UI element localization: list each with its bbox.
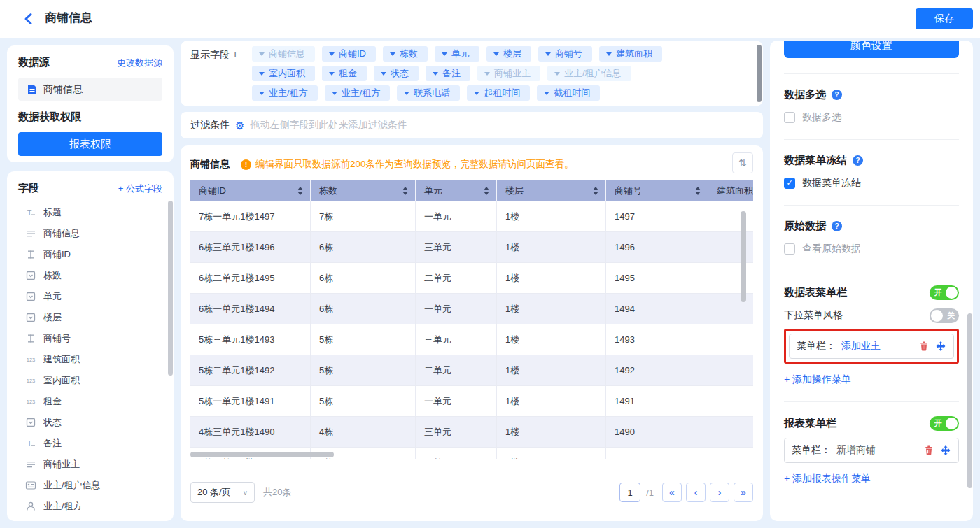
field-item[interactable]: 业主/租户信息 [18,475,165,496]
display-field-chip[interactable]: 备注 [426,66,470,81]
field-item[interactable]: 楼层 [18,307,165,328]
menu-item-name[interactable]: 添加业主 [841,340,881,352]
field-item[interactable]: 123租金 [18,391,165,412]
page-size-select[interactable]: 20 条/页 ∨ [190,482,255,503]
select-field-icon [25,312,36,323]
column-header[interactable]: 商铺号 [606,180,708,201]
fields-title: 字段 [18,182,39,195]
column-header[interactable]: 建筑面积 [708,180,753,201]
save-button[interactable]: 保存 [916,8,973,29]
field-item[interactable]: 单元 [18,286,165,307]
add-report-action-menu-link[interactable]: + 添加报表操作菜单 [784,473,959,485]
field-item[interactable]: 业主/租方 [18,496,165,517]
display-field-chip[interactable]: 商铺信息 [252,46,315,62]
dropdown-style-toggle[interactable]: 关 [930,308,959,323]
column-header[interactable]: 楼层 [497,180,606,201]
help-icon[interactable]: ? [853,155,863,166]
display-field-chip[interactable]: 栋数 [383,46,428,62]
report-permission-button[interactable]: 报表权限 [18,132,162,156]
field-item[interactable]: 状态 [18,412,165,433]
display-field-chip[interactable]: 业主/租方 [325,85,391,101]
display-field-chip[interactable]: 室内面积 [252,66,315,81]
table-cell: 6栋三单元1楼1496 [190,232,311,262]
delete-icon[interactable] [923,445,934,456]
column-header[interactable]: 单元 [416,180,497,201]
display-field-chip[interactable]: 起租时间 [467,85,530,101]
caret-down-icon [259,72,265,76]
field-item[interactable]: 商铺ID [18,244,165,265]
display-field-chip[interactable]: 业主/租户信息 [547,66,631,81]
gear-icon[interactable]: ⚙ [235,120,244,131]
delete-icon[interactable] [918,341,930,352]
field-item[interactable]: 123室内面积 [18,370,165,391]
field-label: 单元 [43,290,62,303]
table-cell: 6栋一单元1楼1494 [190,294,311,324]
field-item[interactable]: 商铺信息 [18,223,165,244]
sort-order-button[interactable]: ⇅ [732,152,753,173]
display-field-chip[interactable]: 租金 [322,66,367,81]
display-fields-label: 显示字段+ [190,46,252,101]
display-field-chip[interactable]: 建筑面积 [599,46,662,62]
caret-down-icon [381,72,386,76]
help-icon[interactable]: ? [832,221,842,231]
table-menu-toggle[interactable]: 开 [930,285,959,300]
field-item[interactable]: T备注 [18,433,165,454]
multi-select-checkbox-row[interactable]: 数据多选 [784,111,959,124]
add-display-field-button[interactable]: + [232,49,238,60]
caret-down-icon [332,92,337,95]
datasource-item[interactable]: 商铺信息 [18,78,162,101]
display-field-chip[interactable]: 联系电话 [397,85,460,101]
display-field-chip[interactable]: 状态 [374,66,419,81]
display-fields-scrollbar[interactable] [757,45,762,102]
field-item[interactable]: 栋数 [18,265,165,286]
raw-data-checkbox-row[interactable]: 查看原始数据 [784,243,959,255]
menu-freeze-checkbox-row[interactable]: ✓ 数据菜单冻结 [784,177,959,190]
checkbox-icon [784,112,795,123]
color-settings-button[interactable]: 颜色设置 [784,41,959,58]
table-cell: 二单元 [416,355,497,385]
column-header[interactable]: 栋数 [311,180,416,201]
page-number-input[interactable]: 1 [620,483,640,502]
add-formula-field-link[interactable]: + 公式字段 [118,183,162,195]
field-item[interactable]: 商铺号 [18,328,165,349]
table-vertical-scrollbar[interactable] [741,211,746,302]
add-action-menu-link[interactable]: + 添加操作菜单 [784,373,959,386]
display-field-rows: 商铺信息商铺ID栋数单元楼层商铺号建筑面积室内面积租金状态备注商铺业主业主/租户… [252,46,662,101]
move-icon[interactable] [940,445,951,456]
display-field-chip[interactable]: 截租时间 [537,85,600,101]
back-button[interactable] [20,10,38,28]
select-field-icon [25,291,36,302]
fields-scrollbar[interactable] [168,201,173,376]
field-item[interactable]: T标题 [18,202,165,223]
display-field-chip[interactable]: 商铺业主 [477,66,540,81]
field-label: 租金 [43,395,62,408]
settings-scrollbar[interactable] [967,313,972,488]
prev-page-button[interactable]: ‹ [686,483,706,502]
move-icon[interactable] [935,341,946,352]
display-field-chip[interactable]: 商铺号 [538,46,592,62]
field-label: 室内面积 [43,374,80,387]
table-cell [708,355,753,385]
filter-dropzone[interactable]: 拖动左侧字段到此处来添加过滤条件 [250,119,407,131]
display-field-chip[interactable]: 单元 [435,46,479,62]
display-field-chip[interactable]: 商铺ID [322,46,376,62]
page-title[interactable]: 商铺信息 [45,10,92,31]
field-item[interactable]: 123建筑面积 [18,349,165,370]
table-header-row: 商铺ID栋数单元楼层商铺号建筑面积 [190,180,753,201]
divider [784,205,959,206]
last-page-button[interactable]: » [734,483,753,502]
pager-buttons: «‹›» [662,483,753,502]
menu-item-name[interactable]: 新增商铺 [836,444,876,457]
change-datasource-link[interactable]: 更改数据源 [117,57,162,69]
report-menu-toggle[interactable]: 开 [930,416,959,431]
field-item[interactable]: 商铺业主 [18,454,165,475]
display-field-chip[interactable]: 楼层 [486,46,531,62]
help-icon[interactable]: ? [832,90,842,100]
svg-text:T: T [27,208,32,217]
next-page-button[interactable]: › [710,483,729,502]
table-horizontal-scrollbar[interactable] [190,452,334,457]
filter-label: 过滤条件 [190,119,230,131]
column-header[interactable]: 商铺ID [190,180,311,201]
first-page-button[interactable]: « [662,483,682,502]
display-field-chip[interactable]: 业主/租方 [252,85,318,101]
